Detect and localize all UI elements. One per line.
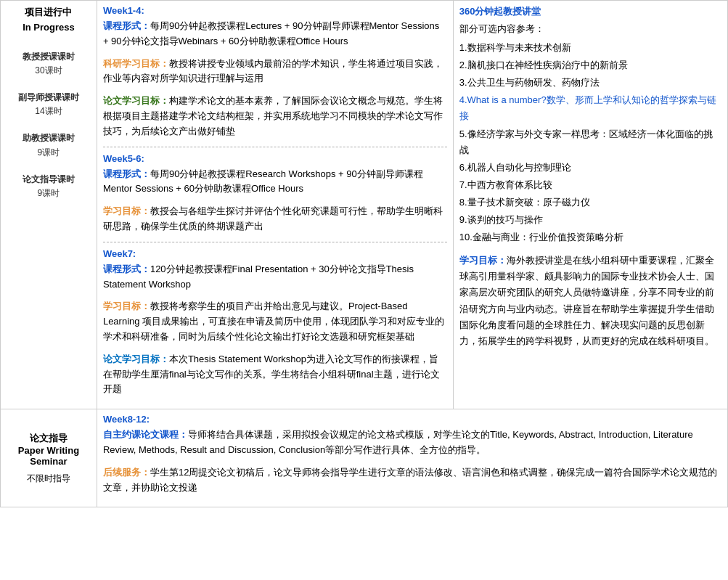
seminar-content-cell: Week8-12: 自主约课论文课程：导师将结合具体课题，采用拟投会议规定的论文…: [97, 409, 727, 507]
sub-value-0: 30课时: [7, 64, 91, 78]
week5-6-section: Week5-6: 课程形式：每周90分钟起教授课程Research Worksh…: [103, 153, 447, 234]
sub-label-3: 论文指导课时: [7, 173, 91, 187]
week1-4-block1: 科研学习目标：教授将讲授专业领域内最前沿的学术知识，学生将通过项目实践，作业等内…: [103, 57, 447, 87]
sub-value-1: 14课时: [7, 105, 91, 118]
list-item-text: 4.What is a number?数学、形而上学和认知论的哲学探索与链接: [459, 94, 716, 121]
sub-item-2: 助教授课课时 9课时: [7, 131, 91, 159]
list-item: 2.脑机接口在神经性疾病治疗中的新前景: [459, 57, 721, 73]
sub-value-3: 9课时: [7, 187, 91, 200]
list-item: 9.谈判的技巧与操作: [459, 212, 721, 228]
sub-value-2: 9课时: [7, 146, 91, 160]
week7-block1: 学习目标：教授将考察学生的项目产出并给出意见与建议。Project-Based …: [103, 299, 447, 344]
right-goal-prefix: 学习目标：: [459, 255, 507, 266]
middle-cell: Week1-4: 课程形式：每周90分钟起教授课程Lectures + 90分钟…: [97, 1, 453, 409]
week5-6-text1: 教授会与各组学生探讨并评估个性化研究课题可行性，帮助学生明晰科研思路，确保学生优…: [103, 205, 443, 232]
sub-label-2: 助教授课课时: [7, 131, 91, 145]
status-en: In Progress: [7, 20, 91, 36]
right-cell: 360分钟起教授讲堂 部分可选内容参考： 1.数据科学与未来技术创新 2.脑机接…: [453, 1, 727, 409]
main-table: 项目进行中 In Progress 教授授课课时 30课时 副导师授课课时 14…: [0, 0, 728, 507]
week7-prefix1: 学习目标：: [103, 301, 150, 311]
week8-12-title: Week8-12:: [103, 414, 721, 425]
right-goal-text: 海外教授讲堂是在线小组科研中重要课程，汇聚全球高引用量科学家、颇具影响力的国际专…: [459, 255, 714, 346]
week7-block2: 论文学习目标：本次Thesis Statement Workshop为进入论文写…: [103, 352, 447, 397]
week7-prefix2: 论文学习目标：: [103, 354, 169, 364]
status-cn: 项目进行中: [7, 5, 91, 20]
section2-row: 论文指导 Paper Writing Seminar 不限时指导 Week8-1…: [1, 409, 728, 507]
week5-6-title: Week5-6:: [103, 153, 447, 164]
week7-block0: 课程形式：120分钟起教授课程Final Presentation + 30分钟…: [103, 262, 447, 293]
week5-6-prefix1: 学习目标：: [103, 205, 150, 216]
week7-title: Week7:: [103, 248, 447, 259]
sub-item-1: 副导师授课课时 14课时: [7, 91, 91, 118]
list-item: 6.机器人自动化与控制理论: [459, 160, 721, 176]
right-intro: 部分可选内容参考：: [459, 21, 721, 37]
section1-row: 项目进行中 In Progress 教授授课课时 30课时 副导师授课课时 14…: [1, 1, 728, 409]
sub-label-0: 教授授课课时: [7, 50, 91, 64]
week5-6-block0: 课程形式：每周90分钟起教授课程Research Workshops + 90分…: [103, 167, 447, 197]
seminar-hours: 不限时指导: [7, 473, 91, 485]
right-goal: 学习目标：海外教授讲堂是在线小组科研中重要课程，汇聚全球高引用量科学家、颇具影响…: [459, 253, 721, 349]
list-item: 10.金融与商业：行业价值投资策略分析: [459, 229, 721, 245]
week7-text1: 教授将考察学生的项目产出并给出意见与建议。Project-Based Learn…: [103, 301, 444, 342]
week7-prefix0: 课程形式：: [103, 264, 150, 274]
week1-4-title: Week1-4:: [103, 5, 447, 16]
seminar-text0: 导师将结合具体课题，采用拟投会议规定的论文格式模版，对学生论文的Title, K…: [103, 429, 693, 455]
list-item: 3.公共卫生与药物研发、药物疗法: [459, 75, 721, 91]
seminar-label-en1: Paper Writing: [7, 445, 91, 456]
week1-4-prefix0: 课程形式：: [103, 20, 150, 31]
sub-label-1: 副导师授课课时: [7, 91, 91, 105]
week7-text0: 120分钟起教授课程Final Presentation + 30分钟论文指导T…: [103, 264, 414, 290]
week1-4-block2: 论文学习目标：构建学术论文的基本素养，了解国际会议论文概念与规范。学生将根据项目…: [103, 94, 447, 139]
list-item: 4.What is a number?数学、形而上学和认知论的哲学探索与链接: [459, 92, 721, 124]
week1-4-section: Week1-4: 课程形式：每周90分钟起教授课程Lectures + 90分钟…: [103, 5, 447, 139]
week7-section: Week7: 课程形式：120分钟起教授课程Final Presentation…: [103, 248, 447, 397]
week5-6-prefix0: 课程形式：: [103, 168, 150, 179]
sub-item-0: 教授授课课时 30课时: [7, 50, 91, 78]
seminar-label-cn: 论文指导: [7, 432, 91, 445]
divider2: [103, 242, 447, 242]
seminar-text1: 学生第12周提交论文初稿后，论文导师将会指导学生进行文章的语法修改、语言润色和格…: [103, 467, 717, 493]
seminar-block0: 自主约课论文课程：导师将结合具体课题，采用拟投会议规定的论文格式模版，对学生论文…: [103, 428, 721, 458]
sub-info-container: 教授授课课时 30课时 副导师授课课时 14课时 助教授课课时 9课时 论文指导…: [7, 50, 91, 201]
week5-6-block1: 学习目标：教授会与各组学生探讨并评估个性化研究课题可行性，帮助学生明晰科研思路，…: [103, 204, 447, 234]
list-item: 7.中西方教育体系比较: [459, 177, 721, 193]
seminar-label-en2: Seminar: [7, 456, 91, 467]
seminar-left-cell: 论文指导 Paper Writing Seminar 不限时指导: [1, 409, 97, 507]
week1-4-text0: 每周90分钟起教授课程Lectures + 90分钟副导师课程Mentor Se…: [103, 20, 439, 46]
right-title: 360分钟起教授讲堂: [459, 5, 721, 18]
list-item: 1.数据科学与未来技术创新: [459, 40, 721, 56]
list-item: 8.量子技术新突破：原子磁力仪: [459, 195, 721, 211]
right-list: 1.数据科学与未来技术创新 2.脑机接口在神经性疾病治疗中的新前景 3.公共卫生…: [459, 40, 721, 245]
week1-4-prefix2: 论文学习目标：: [103, 95, 169, 106]
list-item: 5.像经济学家与外交专家一样思考：区域经济一体化面临的挑战: [459, 126, 721, 158]
seminar-prefix0: 自主约课论文课程：: [103, 429, 188, 440]
week5-6-text0: 每周90分钟起教授课程Research Workshops + 90分钟副导师课…: [103, 168, 423, 195]
week1-4-prefix1: 科研学习目标：: [103, 58, 169, 69]
seminar-block1: 后续服务：学生第12周提交论文初稿后，论文导师将会指导学生进行文章的语法修改、语…: [103, 465, 721, 496]
week1-4-block0: 课程形式：每周90分钟起教授课程Lectures + 90分钟副导师课程Ment…: [103, 19, 447, 49]
sub-item-3: 论文指导课时 9课时: [7, 173, 91, 200]
seminar-prefix1: 后续服务：: [103, 467, 150, 478]
divider1: [103, 147, 447, 147]
status-cell: 项目进行中 In Progress 教授授课课时 30课时 副导师授课课时 14…: [1, 1, 97, 409]
